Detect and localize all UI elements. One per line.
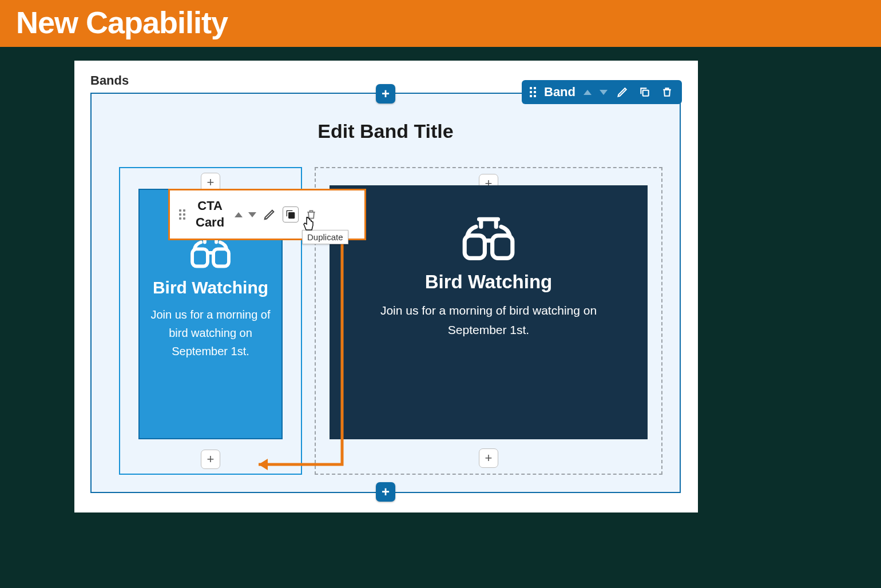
move-down-icon[interactable] <box>248 212 256 217</box>
cursor-pointer-icon <box>301 216 316 236</box>
card-heading: Bird Watching <box>352 271 625 293</box>
svg-rect-0 <box>643 90 649 96</box>
add-below-button[interactable]: + <box>376 482 395 502</box>
card-slot-left[interactable]: + + Bird Watching Join us for a morning … <box>119 167 302 475</box>
card-heading: Bird Watching <box>150 278 271 297</box>
banner-title: New Capability <box>16 5 228 39</box>
slot-add-bottom-button[interactable]: + <box>201 450 220 469</box>
banner: New Capability <box>0 0 881 47</box>
cta-card-right[interactable]: Bird Watching Join us for a morning of b… <box>330 185 648 439</box>
band-container[interactable]: + + Edit Band Title + + Bird Watching Jo… <box>90 93 681 493</box>
card-body: Join us for a morning of bird watching o… <box>150 305 271 360</box>
cards-row: + + Bird Watching Join us for a morning … <box>119 167 662 475</box>
card-body: Join us for a morning of bird watching o… <box>352 301 625 339</box>
band-toolbar-label: Band <box>544 85 576 100</box>
delete-icon[interactable] <box>660 85 674 100</box>
duplicate-icon[interactable] <box>283 206 299 223</box>
band-toolbar: Band <box>522 80 682 104</box>
page-editor: Bands Band + + Edit Band Title + + <box>74 61 698 512</box>
svg-rect-4 <box>465 236 485 259</box>
svg-rect-3 <box>289 213 295 218</box>
drag-handle-icon[interactable] <box>530 87 536 97</box>
move-up-icon[interactable] <box>235 212 243 217</box>
edit-icon[interactable] <box>616 85 629 99</box>
band-title[interactable]: Edit Band Title <box>92 120 680 142</box>
svg-rect-5 <box>493 236 513 259</box>
card-slot-right[interactable]: + + Bird Watching Join us for a morning … <box>315 167 662 475</box>
binoculars-icon <box>457 210 520 263</box>
duplicate-icon[interactable] <box>637 85 652 100</box>
move-up-icon[interactable] <box>584 90 592 95</box>
move-down-icon[interactable] <box>600 90 608 95</box>
edit-icon[interactable] <box>262 207 277 222</box>
cta-toolbar-label: CTA Card <box>196 198 224 231</box>
drag-handle-icon[interactable] <box>179 209 185 220</box>
add-above-button[interactable]: + <box>376 84 395 104</box>
slot-add-bottom-button[interactable]: + <box>479 448 498 468</box>
